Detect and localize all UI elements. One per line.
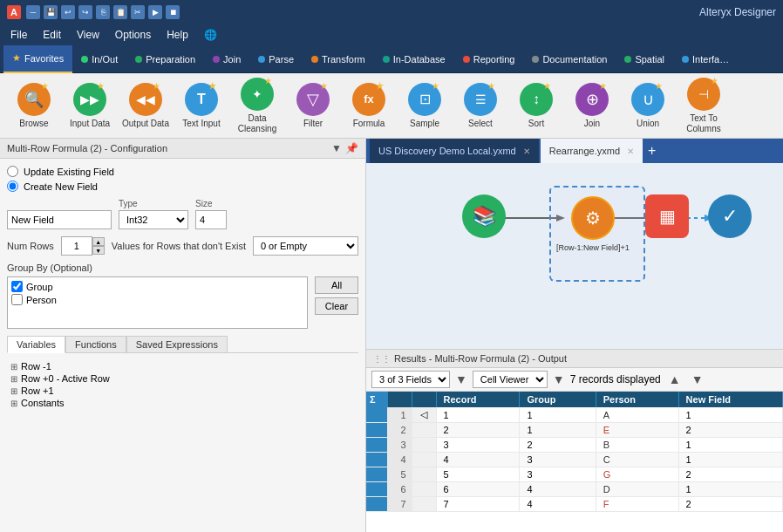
- record-cell: 3: [436, 438, 520, 453]
- tab-preparation[interactable]: Preparation: [126, 45, 204, 73]
- row-icon-cell: [412, 467, 436, 482]
- tab-variables[interactable]: Variables: [7, 336, 65, 353]
- interface-dot: [682, 56, 689, 63]
- table-row: 4 4 3 C 1: [366, 453, 783, 467]
- panel-dropdown-icon[interactable]: ▼: [331, 142, 342, 154]
- output-data-tool[interactable]: ◀◀ ★ Output Data: [119, 79, 173, 133]
- row-icon-cell: [412, 482, 436, 497]
- workflow-canvas[interactable]: 📚 ⚙ [Row-1:New Field]+1 ▦ ✓: [366, 163, 783, 349]
- tab-parse[interactable]: Parse: [249, 45, 303, 73]
- union-tool[interactable]: ∪ ★ Union: [621, 79, 675, 133]
- tab-inout[interactable]: In/Out: [72, 45, 126, 73]
- sample-tool[interactable]: ⊡ ★ Sample: [398, 79, 452, 133]
- undo-icon[interactable]: ↩: [61, 5, 75, 19]
- tab-favorites[interactable]: ★ Favorites: [3, 45, 72, 73]
- union-label: Union: [637, 119, 659, 129]
- col-newfield: New Field: [678, 392, 782, 407]
- cut-icon[interactable]: ✂: [131, 5, 145, 19]
- menu-help[interactable]: Help: [160, 27, 195, 43]
- filter-tool[interactable]: ▽ ★ Filter: [286, 79, 340, 133]
- field-name-input[interactable]: [7, 210, 112, 229]
- person-checkbox[interactable]: [11, 294, 23, 305]
- group-by-content: Group Person All Clear: [7, 276, 358, 329]
- minimize-btn[interactable]: ─: [26, 5, 40, 19]
- transform-dot: [311, 56, 318, 63]
- var-row-minus1[interactable]: ⊞ Row -1: [10, 360, 355, 372]
- data-cleansing-tool[interactable]: ✦ ★ Data Cleansing: [230, 74, 284, 138]
- add-tab-button[interactable]: +: [648, 143, 656, 159]
- redo-icon[interactable]: ↪: [78, 5, 92, 19]
- output-node[interactable]: ▦: [645, 194, 689, 238]
- run-icon[interactable]: ▶: [148, 5, 162, 19]
- var-constants[interactable]: ⊞ Constants: [10, 397, 355, 409]
- table-row: 2 2 1 E 2: [366, 423, 783, 438]
- tab-functions[interactable]: Functions: [65, 336, 126, 352]
- text-input-tool[interactable]: T ★ Text Input: [174, 79, 228, 133]
- menu-view[interactable]: View: [70, 27, 106, 43]
- viewer-dropdown-icon[interactable]: ▼: [553, 372, 565, 386]
- menu-options[interactable]: Options: [108, 27, 158, 43]
- size-input[interactable]: [195, 210, 227, 229]
- stop-icon[interactable]: ⏹: [166, 5, 180, 19]
- tab-indatabase[interactable]: In-Database: [374, 45, 454, 73]
- table-row: 6 6 4 D 1: [366, 482, 783, 497]
- menu-file[interactable]: File: [3, 27, 34, 43]
- nav-up-arrow[interactable]: ▲: [666, 372, 684, 386]
- var-row-plus1[interactable]: ⊞ Row +1: [10, 385, 355, 397]
- multirow-node-circle: ⚙: [571, 196, 615, 240]
- doc-tab-rearrange[interactable]: Rearrange.yxmd ✕: [541, 139, 643, 163]
- var-row-active[interactable]: ⊞ Row +0 - Active Row: [10, 372, 355, 385]
- union-star: ★: [655, 81, 663, 91]
- var-row-active-label: Row +0 - Active Row: [21, 373, 110, 384]
- tab-saved-expressions[interactable]: Saved Expressions: [126, 336, 228, 352]
- fields-dropdown-icon[interactable]: ▼: [455, 372, 467, 386]
- group-checkbox[interactable]: [11, 281, 23, 292]
- results-collapse-icon[interactable]: ⋮⋮: [373, 354, 391, 364]
- values-select[interactable]: 0 or Empty Null Row Value: [253, 236, 358, 256]
- app-title: Alteryx Designer: [699, 6, 776, 18]
- type-select[interactable]: Int32 Int64 Float Double String: [119, 210, 188, 229]
- update-existing-radio[interactable]: [7, 166, 18, 177]
- num-rows-down[interactable]: ▼: [92, 246, 105, 255]
- save-icon[interactable]: 💾: [44, 5, 58, 19]
- panel-pin-icon[interactable]: 📌: [345, 142, 358, 154]
- tab-join[interactable]: Join: [204, 45, 249, 73]
- var-row-plus1-label: Row +1: [21, 385, 54, 396]
- create-new-radio[interactable]: [7, 181, 18, 192]
- menu-edit[interactable]: Edit: [36, 27, 68, 43]
- app-icon: A: [7, 5, 21, 19]
- tab-join-label: Join: [223, 54, 241, 65]
- nav-down-arrow[interactable]: ▼: [689, 372, 706, 386]
- paste-icon[interactable]: 📋: [113, 5, 127, 19]
- num-rows-up[interactable]: ▲: [92, 237, 105, 246]
- done-node[interactable]: ✓: [708, 194, 752, 238]
- all-button[interactable]: All: [315, 276, 358, 294]
- viewer-select[interactable]: Cell Viewer: [473, 371, 548, 388]
- text-to-columns-tool[interactable]: ⊣ ★ Text To Columns: [677, 74, 731, 138]
- tab-spatial[interactable]: Spatial: [616, 45, 673, 73]
- group-checkbox-row: Group: [11, 281, 303, 292]
- num-rows-input[interactable]: [61, 236, 92, 256]
- join-tool[interactable]: ⊕ ★ Join: [565, 79, 619, 133]
- copy-icon[interactable]: ⎘: [96, 5, 110, 19]
- doc-tab-us-discovery-close[interactable]: ✕: [523, 147, 530, 156]
- fields-select[interactable]: 3 of 3 Fields: [371, 371, 450, 388]
- tab-reporting[interactable]: Reporting: [454, 45, 524, 73]
- input-data-tool[interactable]: ▶▶ ★ Input Data: [63, 79, 117, 133]
- tab-documentation[interactable]: Documentation: [523, 45, 616, 73]
- select-tool[interactable]: ☰ ★ Select: [453, 79, 507, 133]
- doc-tab-us-discovery[interactable]: US Discovery Demo Local.yxmd ✕: [370, 139, 539, 163]
- input-node[interactable]: 📚: [462, 194, 506, 238]
- browse-tool[interactable]: 🔍 ★ Browse: [7, 79, 61, 133]
- tab-interface[interactable]: Interfa…: [673, 45, 738, 73]
- output-node-circle: ▦: [645, 194, 689, 238]
- sort-tool[interactable]: ↕ ★ Sort: [509, 79, 563, 133]
- row-icon-cell: [412, 453, 436, 467]
- doc-tab-rearrange-close[interactable]: ✕: [627, 147, 634, 156]
- tab-transform[interactable]: Transform: [303, 45, 374, 73]
- formula-tool[interactable]: fx ★ Formula: [342, 79, 396, 133]
- union-icon: ∪ ★: [631, 83, 664, 116]
- multirow-node[interactable]: ⚙ [Row-1:New Field]+1: [556, 196, 630, 252]
- type-label: Type: [119, 199, 188, 208]
- clear-button[interactable]: Clear: [315, 297, 358, 315]
